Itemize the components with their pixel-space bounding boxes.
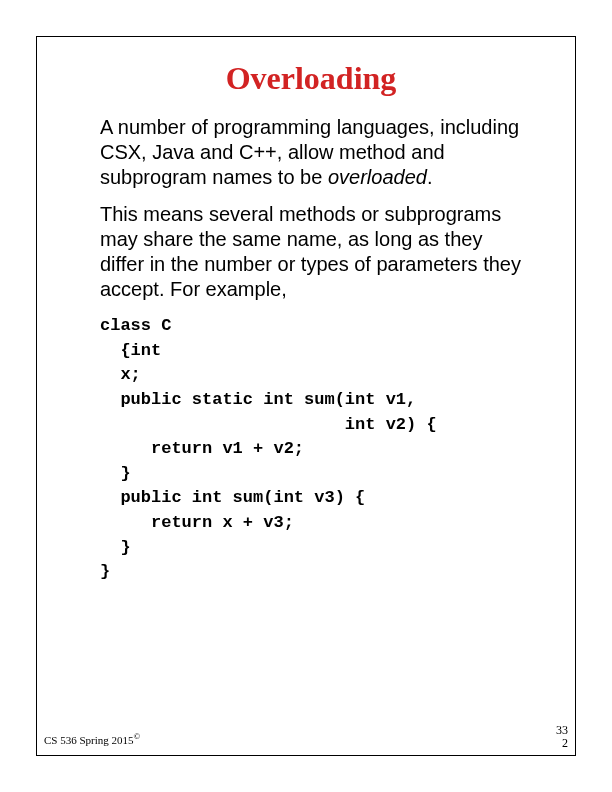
slide-title: Overloading <box>100 60 522 97</box>
course-label: CS 536 Spring 2015 <box>44 734 134 746</box>
footer-right: 33 2 <box>556 724 568 750</box>
page-number-top: 33 <box>556 724 568 737</box>
code-block: class C {int x; public static int sum(in… <box>100 314 522 585</box>
para1-italic: overloaded <box>328 166 427 188</box>
para1-text-c: . <box>427 166 433 188</box>
paragraph-1: A number of programming languages, inclu… <box>100 115 522 190</box>
page-number-bottom: 2 <box>556 737 568 750</box>
slide-content: Overloading A number of programming lang… <box>100 60 522 585</box>
copyright-symbol: © <box>134 731 141 741</box>
paragraph-2: This means several methods or subprogram… <box>100 202 522 302</box>
para1-text-a: A number of programming languages, inclu… <box>100 116 519 188</box>
footer-left: CS 536 Spring 2015© <box>44 731 140 746</box>
